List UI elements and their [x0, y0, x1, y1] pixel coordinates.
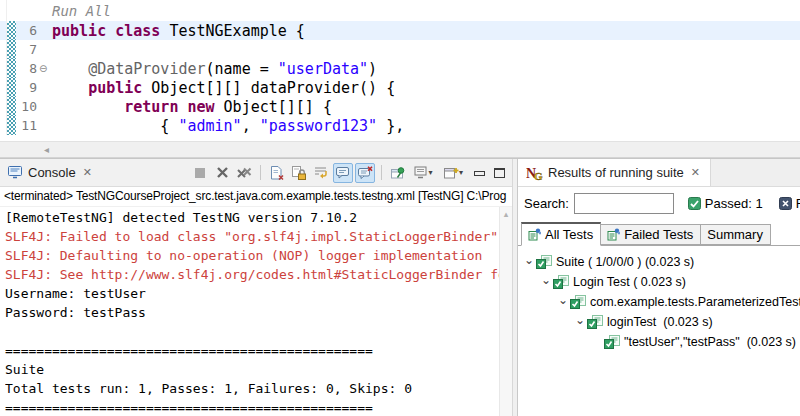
chevron-down-icon[interactable]: ⌄	[539, 275, 553, 285]
console-line: Total tests run: 1, Passes: 1, Failures:…	[5, 381, 500, 400]
scroll-lock-button[interactable]	[289, 163, 309, 183]
code-line[interactable]: 8⊖ @DataProvider(name = "userData")	[0, 59, 800, 78]
tree-item[interactable]: ⌄Login Test ( 0.023 s)	[518, 272, 800, 292]
console-line: Suite	[5, 362, 500, 381]
passed-badge: Passed: 1	[688, 196, 763, 211]
quick-diff-marker	[7, 40, 16, 59]
editor-horizontal-scrollbar[interactable]: ◂	[0, 141, 800, 158]
console-line: [RemoteTestNG] detected TestNG version 7…	[5, 210, 500, 229]
annotation-ruler	[0, 78, 7, 97]
search-row: Search: Passed: 1 Failed: 0	[518, 187, 800, 218]
console-line: Username: testUser	[5, 286, 500, 305]
console-tab-label: Console	[28, 165, 76, 180]
tab-all-tests[interactable]: All Tests	[521, 222, 601, 246]
code-line[interactable]: 11 { "admin", "password123" },	[0, 116, 800, 135]
chevron-down-icon: ▾	[428, 168, 432, 177]
code-lens-row[interactable]: Run All	[0, 0, 800, 21]
tree-item-label: com.example.tests.ParameterizedTest	[590, 295, 800, 309]
annotation-ruler	[0, 97, 7, 116]
tab-label: All Tests	[545, 227, 593, 242]
pin-console-icon	[391, 166, 405, 180]
tree-item[interactable]: ⌄loginTest (0.023 s)	[518, 312, 800, 332]
open-console-icon	[444, 166, 459, 179]
display-console-icon	[414, 166, 428, 179]
annotation-ruler	[0, 40, 7, 59]
console-view-header: Console ✕	[0, 159, 512, 187]
console-line: ========================================…	[5, 343, 500, 362]
test-suite-icon	[587, 315, 603, 329]
run-all-lens[interactable]: Run All	[52, 3, 111, 19]
show-stdout-toggle[interactable]	[333, 163, 353, 183]
line-number: 11	[16, 118, 39, 133]
line-number: 10	[16, 99, 39, 114]
display-console-button[interactable]: ▾	[410, 163, 437, 183]
tree-item-icon	[536, 255, 552, 269]
tree-item[interactable]: ⌄"testUser","testPass" (0.023 s)	[518, 332, 800, 352]
tree-item[interactable]: ⌄Suite ( 1/0/0/0 ) (0.023 s)	[518, 252, 800, 272]
tree-item-label: Login Test ( 0.023 s)	[573, 275, 686, 289]
tree-item-label: "testUser","testPass" (0.023 s)	[624, 335, 796, 349]
tree-item-label: Suite ( 1/0/0/0 ) (0.023 s)	[556, 255, 694, 269]
chevron-down-icon[interactable]: ⌄	[556, 295, 570, 305]
minimize-button[interactable]	[470, 164, 488, 182]
tab-failed-tests[interactable]: Failed Tests	[601, 224, 701, 245]
quick-diff-marker	[7, 21, 16, 40]
console-line	[5, 324, 500, 343]
show-stderr-toggle[interactable]	[355, 163, 375, 183]
code-line[interactable]: 6public class TestNGExample {	[0, 21, 800, 40]
console-tab[interactable]: Console ✕	[0, 159, 102, 186]
console-icon	[8, 166, 23, 179]
clear-console-button[interactable]	[267, 163, 287, 183]
code-line[interactable]: 9 public Object[][] dataProvider() {	[0, 78, 800, 97]
code-text: public class TestNGExample {	[52, 22, 800, 40]
remove-all-launches-button[interactable]	[234, 163, 254, 183]
console-vertical-scrollbar[interactable]: ▴	[499, 207, 512, 416]
chevron-down-icon: ▾	[459, 168, 463, 177]
show-stderr-icon	[358, 166, 373, 179]
code-text: return new Object[][] {	[52, 98, 800, 116]
close-icon[interactable]: ✕	[689, 166, 702, 179]
terminate-button[interactable]	[190, 163, 210, 183]
quick-diff-marker	[7, 116, 16, 135]
scroll-up-icon[interactable]: ▴	[500, 207, 512, 221]
code-line[interactable]: 10 return new Object[][] {	[0, 97, 800, 116]
remove-launch-button[interactable]	[212, 163, 232, 183]
results-tab[interactable]: N G Results of running suite ✕	[518, 159, 711, 186]
code-text: public Object[][] dataProvider() {	[52, 79, 800, 97]
fold-collapse-icon[interactable]: ⊖	[39, 64, 52, 74]
tree-item-icon	[553, 275, 569, 289]
failed-badge: Failed: 0	[779, 196, 800, 211]
pin-console-button[interactable]	[388, 163, 408, 183]
tab-summary[interactable]: Summary	[701, 224, 771, 245]
open-console-button[interactable]: ▾	[439, 163, 468, 183]
java-editor[interactable]: Run All6public class TestNGExample {78⊖ …	[0, 0, 800, 141]
svg-text:G: G	[534, 170, 543, 181]
passed-icon	[688, 197, 701, 210]
chevron-down-icon[interactable]: ⌄	[573, 315, 587, 325]
close-icon[interactable]: ✕	[81, 166, 94, 179]
maximize-button[interactable]	[490, 164, 508, 182]
toolbar-separator	[260, 165, 261, 180]
chevron-down-icon[interactable]: ⌄	[522, 255, 536, 265]
code-line[interactable]: 7	[0, 40, 800, 59]
test-suite-icon	[570, 295, 586, 309]
console-status-line: <terminated> TestNGCourseProject_src.tes…	[0, 187, 512, 207]
remove-launch-icon	[217, 167, 228, 178]
scroll-left-icon[interactable]: ◂	[44, 144, 49, 155]
console-toolbar: ▾ ▾	[190, 163, 512, 183]
search-input[interactable]	[574, 193, 674, 214]
testng-icon: N G	[526, 165, 543, 181]
tree-item[interactable]: ⌄com.example.tests.ParameterizedTest	[518, 292, 800, 312]
console-line: SLF4J: See http://www.slf4j.org/codes.ht…	[5, 267, 500, 286]
search-label: Search:	[524, 196, 569, 211]
quick-diff-marker	[7, 78, 16, 97]
word-wrap-button[interactable]	[311, 163, 331, 183]
console-output[interactable]: [RemoteTestNG] detected TestNG version 7…	[0, 207, 500, 416]
passed-count: Passed: 1	[705, 196, 763, 211]
test-list-icon	[528, 228, 541, 241]
test-list-icon	[607, 228, 620, 241]
test-suite-icon	[604, 335, 620, 349]
failed-count: Failed: 0	[796, 196, 800, 211]
quick-diff-marker	[7, 97, 16, 116]
annotation-ruler	[0, 116, 7, 135]
